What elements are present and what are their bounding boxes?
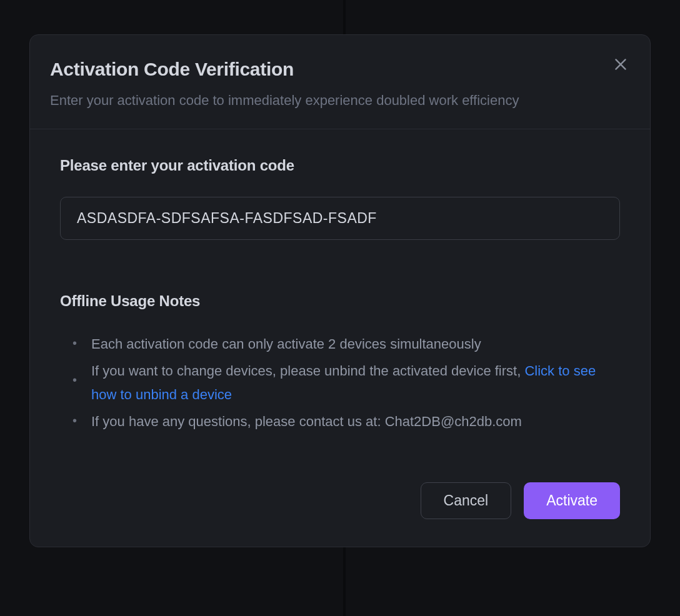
note-item-3: If you have any questions, please contac…: [60, 410, 620, 434]
modal-body: Please enter your activation code Offlin…: [30, 129, 650, 464]
cancel-button[interactable]: Cancel: [421, 482, 512, 519]
close-button[interactable]: [611, 55, 630, 74]
close-icon: [612, 56, 629, 72]
note-item-2: If you want to change devices, please un…: [60, 359, 620, 407]
activate-button[interactable]: Activate: [524, 482, 620, 519]
note-item-1: Each activation code can only activate 2…: [60, 332, 620, 357]
input-section-title: Please enter your activation code: [60, 157, 620, 174]
modal-title: Activation Code Verification: [50, 59, 620, 80]
activation-code-input[interactable]: [60, 197, 620, 240]
activation-modal: Activation Code Verification Enter your …: [29, 34, 651, 547]
notes-section: Offline Usage Notes Each activation code…: [60, 292, 620, 434]
modal-footer: Cancel Activate: [30, 464, 650, 547]
notes-list: Each activation code can only activate 2…: [60, 332, 620, 434]
note-item-2-text: If you want to change devices, please un…: [91, 363, 524, 379]
notes-title: Offline Usage Notes: [60, 292, 620, 310]
modal-header: Activation Code Verification Enter your …: [30, 35, 650, 129]
modal-subtitle: Enter your activation code to immediatel…: [50, 90, 562, 111]
